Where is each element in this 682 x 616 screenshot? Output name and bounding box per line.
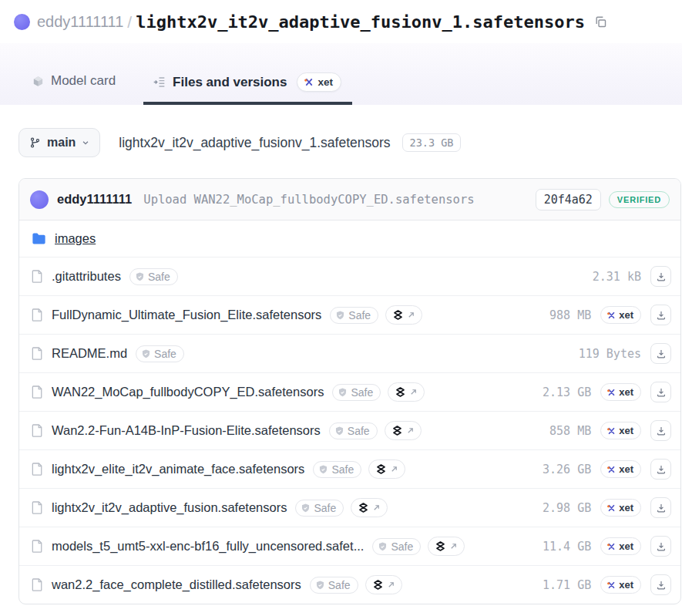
download-button[interactable]	[650, 343, 671, 364]
last-commit-row: eddy1111111 Upload WAN22_MoCap_fullbodyC…	[19, 179, 680, 220]
tensor-viewer-badge[interactable]	[385, 421, 422, 440]
commit-author-avatar[interactable]	[30, 190, 49, 209]
file-row-actions: 988 MB xet	[540, 305, 671, 325]
download-button[interactable]	[650, 459, 671, 480]
commit-hash-badge[interactable]: 20f4a62	[536, 189, 601, 210]
xet-badge-label: xet	[619, 463, 633, 475]
xet-badge[interactable]: xet	[600, 576, 641, 594]
safe-badge-label: Safe	[348, 309, 371, 321]
safe-badge[interactable]: Safe	[329, 422, 378, 439]
folder-row-images[interactable]: images	[19, 220, 680, 257]
safetensors-layers-icon	[358, 502, 369, 513]
cube-icon	[32, 76, 44, 87]
safetensors-layers-icon	[375, 463, 387, 475]
file-row: lightx2v_it2v_adaptive_fusion.safetensor…	[19, 488, 680, 527]
file-size: 1.71 GB	[540, 578, 591, 592]
file-size: 11.4 GB	[540, 540, 591, 554]
xet-tab-badge[interactable]: xet	[297, 72, 341, 92]
xet-badge[interactable]: xet	[600, 306, 641, 324]
safetensors-layers-icon	[395, 386, 406, 398]
breadcrumb-path[interactable]: lightx2v_it2v_adaptive_fusionv_1.safeten…	[119, 135, 390, 151]
tensor-viewer-badge[interactable]	[388, 382, 425, 402]
tab-files-and-versions[interactable]: Files and versions xet	[143, 72, 352, 105]
file-name[interactable]: lightx2v_it2v_adaptive_fusion.safetensor…	[52, 500, 287, 515]
shield-check-icon	[315, 580, 325, 591]
xet-badge-label: xet	[619, 540, 633, 552]
shield-check-icon	[135, 271, 145, 282]
tab-model-card-label: Model card	[51, 73, 116, 89]
xet-badge-label: xet	[619, 309, 633, 321]
external-link-arrow-icon	[409, 388, 418, 396]
xet-icon	[606, 426, 616, 436]
safe-badge[interactable]: Safe	[372, 538, 421, 555]
xet-icon	[606, 542, 616, 551]
file-icon	[32, 346, 43, 361]
file-name[interactable]: wan2.2_face_complete_distilled.safetenso…	[52, 577, 301, 592]
folder-name[interactable]: images	[55, 231, 96, 246]
xet-badge[interactable]: xet	[600, 537, 641, 555]
download-button[interactable]	[650, 420, 671, 441]
owner-link[interactable]: eddy1111111	[37, 13, 123, 31]
safe-badge-label: Safe	[351, 386, 373, 399]
safe-badge-label: Safe	[314, 502, 336, 514]
file-list-icon	[153, 76, 166, 88]
copy-model-name-button[interactable]	[593, 14, 609, 30]
file-row: wan2.2_face_complete_distilled.safetenso…	[19, 565, 680, 604]
tensor-viewer-badge[interactable]	[351, 498, 388, 517]
file-name[interactable]: models_t5_umt5-xxl-enc-bf16_fully_uncens…	[52, 539, 364, 554]
owner-avatar[interactable]	[14, 14, 30, 30]
file-name[interactable]: lightx2v_elite_it2v_animate_face.safeten…	[52, 462, 304, 476]
download-button[interactable]	[650, 497, 671, 518]
file-name[interactable]: WAN22_MoCap_fullbodyCOPY_ED.safetensors	[52, 385, 324, 399]
safe-badge[interactable]: Safe	[310, 577, 358, 594]
tensor-viewer-badge[interactable]	[385, 305, 422, 325]
file-name[interactable]: Wan2.2-Fun-A14B-InP-Fusion-Elite.safeten…	[52, 423, 321, 438]
shield-check-icon	[338, 387, 348, 398]
xet-tab-badge-label: xet	[317, 76, 333, 88]
download-button[interactable]	[650, 305, 671, 325]
tensor-viewer-badge[interactable]	[368, 459, 405, 479]
safe-badge[interactable]: Safe	[129, 268, 178, 285]
xet-badge[interactable]: xet	[600, 422, 641, 439]
download-icon	[656, 310, 667, 321]
xet-badge[interactable]: xet	[600, 460, 641, 478]
xet-badge-label: xet	[619, 386, 633, 398]
external-link-arrow-icon	[449, 542, 458, 550]
xet-badge[interactable]: xet	[600, 499, 641, 517]
xet-icon	[606, 581, 616, 590]
safe-badge[interactable]: Safe	[330, 307, 378, 324]
safe-badge[interactable]: Safe	[313, 461, 361, 478]
safe-badge[interactable]: Safe	[295, 500, 344, 517]
download-button[interactable]	[650, 266, 671, 287]
xet-icon	[606, 388, 616, 397]
commit-message[interactable]: Upload WAN22_MoCap_fullbodyCOPY_ED.safet…	[143, 193, 474, 207]
tensor-viewer-badge[interactable]	[365, 575, 402, 594]
download-icon	[656, 271, 667, 282]
tensor-viewer-badge[interactable]	[428, 537, 465, 556]
file-name[interactable]: .gitattributes	[52, 269, 121, 284]
branch-selector[interactable]: main	[18, 128, 100, 157]
branch-name: main	[47, 136, 76, 150]
xet-badge[interactable]: xet	[600, 383, 641, 401]
file-row-actions: 858 MB xet	[540, 420, 671, 441]
model-name: lightx2v_it2v_adaptive_fusionv_1.safeten…	[136, 12, 585, 32]
tab-model-card[interactable]: Model card	[31, 73, 117, 105]
commit-author[interactable]: eddy1111111	[57, 192, 132, 207]
xet-icon	[606, 311, 616, 320]
file-icon	[32, 462, 43, 476]
file-row-actions: 2.98 GB xet	[540, 497, 671, 518]
download-button[interactable]	[650, 574, 671, 595]
file-name[interactable]: FullDynamic_Ultimate_Fusion_Elite.safete…	[52, 308, 321, 322]
download-button[interactable]	[650, 382, 671, 402]
shield-check-icon	[141, 348, 151, 359]
xet-icon	[606, 465, 616, 474]
download-icon	[656, 348, 667, 359]
branch-bar: main lightx2v_it2v_adaptive_fusionv_1.sa…	[18, 128, 664, 157]
tab-files-label: Files and versions	[173, 75, 287, 90]
file-name[interactable]: README.md	[52, 346, 127, 361]
file-size: 3.26 GB	[540, 463, 591, 476]
safe-badge[interactable]: Safe	[332, 384, 381, 401]
external-link-arrow-icon	[390, 465, 398, 473]
download-button[interactable]	[650, 536, 671, 557]
safe-badge[interactable]: Safe	[136, 345, 184, 362]
